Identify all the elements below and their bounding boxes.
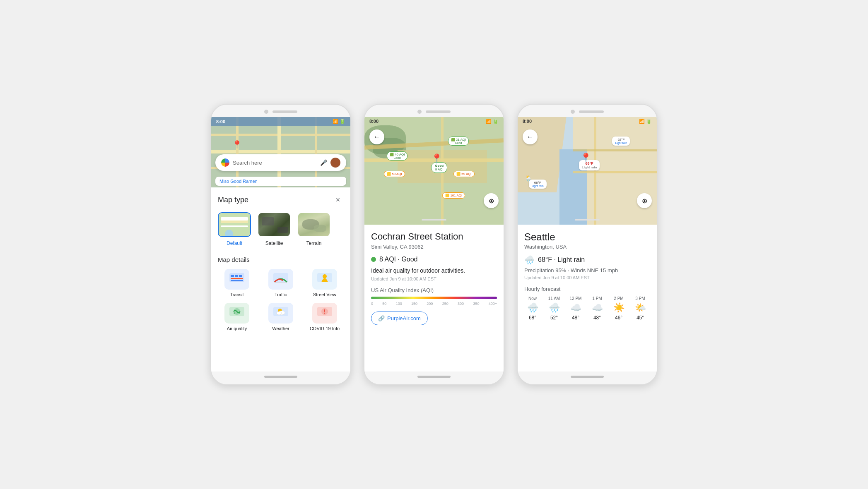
mic-icon[interactable]: 🎤 — [320, 159, 327, 166]
location-button-3[interactable]: ⊕ — [637, 193, 652, 208]
detail-streetview[interactable]: Street View — [306, 269, 344, 297]
detail-airquality[interactable]: Air quality — [218, 303, 256, 331]
user-avatar[interactable] — [330, 158, 340, 168]
rain-cloud-icon: 🌦️ — [525, 175, 532, 182]
transit-label: Transit — [230, 292, 244, 297]
traffic-icon — [268, 269, 293, 290]
panel-header: Map type × — [218, 194, 344, 206]
aqi-updated: Updated Jun 9 at 10:00 AM EST — [371, 276, 497, 281]
svg-rect-3 — [239, 275, 242, 277]
miso-ramen-bar[interactable]: Miso Good Ramen — [215, 177, 346, 186]
air-quality-panel: Cochran Street Station Simi Valley, CA 9… — [364, 225, 504, 372]
aqi-badge-5: 🟨 101 AQI — [442, 192, 465, 199]
camera-dot-3 — [571, 110, 575, 114]
hour-label-5: 3 PM — [635, 296, 645, 301]
battery-icon-3: 🔋 — [646, 119, 652, 124]
covid-label: COVID-19 Info — [310, 326, 340, 331]
aqi-status-row: 8 AQI · Good — [371, 256, 497, 263]
camera-dot-2 — [417, 110, 422, 114]
aqi-description: Ideal air quality for outdoor activities… — [371, 267, 497, 274]
location-button-2[interactable]: ⊕ — [484, 193, 499, 208]
time-2: 8:00 — [369, 119, 379, 124]
svg-point-17 — [277, 312, 282, 315]
weather-badge-2: 62°F Light rain — [612, 137, 630, 146]
default-thumb — [218, 212, 251, 237]
scale-250: 250 — [442, 302, 448, 306]
airquality-icon — [224, 303, 249, 324]
hour-label-0: Now — [528, 296, 537, 301]
drag-handle-3 — [575, 219, 600, 221]
details-section-title: Map details — [218, 256, 344, 263]
svg-point-13 — [239, 312, 240, 314]
hourly-forecast-title: Hourly forecast — [524, 286, 650, 292]
satellite-label: Satellite — [265, 240, 283, 246]
speaker-grille-3 — [579, 110, 604, 113]
weather-detail-icon — [268, 303, 293, 324]
transit-icon — [224, 269, 249, 290]
panel-title: Map type — [218, 196, 248, 204]
map-background: 8:00 📶 🔋 📍 Search here 🎤 Mi — [211, 117, 350, 187]
rain-icon: 🌧️ — [524, 255, 535, 265]
detail-weather[interactable]: Weather — [262, 303, 300, 331]
aqi-scale: 0 50 100 150 200 250 300 350 400+ — [371, 302, 497, 306]
back-button-2[interactable]: ← — [369, 129, 384, 144]
phone-1: 8:00 📶 🔋 📍 Search here 🎤 Mi — [210, 104, 351, 385]
aqi-value-text: 8 AQI · Good — [379, 256, 418, 263]
status-bar-1: 8:00 📶 🔋 — [211, 117, 350, 126]
svg-rect-5 — [231, 280, 243, 281]
phone-2-top — [364, 105, 504, 117]
terrain-thumb — [297, 212, 330, 237]
svg-text:!: ! — [324, 308, 326, 315]
satellite-thumb — [258, 212, 291, 237]
streetview-label: Street View — [313, 292, 336, 297]
aqi-badge-1: 🟩 21 AQIGood — [448, 137, 469, 146]
streetview-icon — [312, 269, 337, 290]
phone-1-bottom — [211, 372, 350, 384]
aqi-scale-label: US Air Quality Index (AQI) — [371, 287, 497, 293]
map-type-terrain[interactable]: Terrain — [297, 212, 330, 246]
hour-icon-4: ☀️ — [613, 302, 624, 313]
hour-temp-2: 48° — [572, 315, 579, 321]
detail-covid[interactable]: ! COVID-19 Info — [306, 303, 344, 331]
purpleair-button[interactable]: 🔗 PurpleAir.com — [371, 312, 428, 325]
battery-icon: 🔋 — [340, 119, 345, 124]
map-type-default[interactable]: Default — [218, 212, 251, 246]
map-type-satellite[interactable]: Satellite — [258, 212, 291, 246]
svg-rect-1 — [231, 275, 234, 277]
detail-transit[interactable]: Transit — [218, 269, 256, 297]
hourly-item-3: 1 PM ☁️ 48° — [589, 296, 605, 321]
status-bar-2: 8:00 📶 🔋 — [364, 117, 504, 126]
hour-temp-4: 46° — [615, 315, 622, 321]
weather-map: 68°F Light rain 62°F Light rain 66°F Lig… — [518, 117, 657, 225]
google-logo — [221, 158, 229, 167]
aqi-badge-4: 🟨 59 AQI — [453, 171, 475, 177]
hour-temp-3: 48° — [593, 315, 601, 321]
hour-temp-5: 45° — [637, 315, 644, 321]
station-name: Cochran Street Station — [371, 231, 497, 242]
hour-temp-0: 68° — [529, 315, 536, 321]
close-button[interactable]: × — [332, 194, 344, 206]
wifi-icon: 📶 — [333, 119, 338, 124]
back-button-3[interactable]: ← — [523, 129, 538, 144]
scale-350: 350 — [473, 302, 479, 306]
scale-300: 300 — [458, 302, 464, 306]
map-pin-1: 📍 — [232, 140, 242, 150]
hourly-item-4: 2 PM ☀️ 46° — [610, 296, 627, 321]
external-link-icon: 🔗 — [378, 315, 385, 321]
detail-traffic[interactable]: Traffic — [262, 269, 300, 297]
phone-2: 🟩 21 AQIGood 🟩 40 AQIGood 🟨 59 AQI 🟨 59 … — [364, 104, 504, 385]
hour-label-2: 12 PM — [570, 296, 582, 301]
scale-400: 400+ — [489, 302, 497, 306]
weather-temp-text: 68°F · Light rain — [538, 256, 585, 264]
hourly-item-1: 11 AM 🌧️ 52° — [546, 296, 562, 321]
weather-precip: Precipitation 95% · Winds NNE 15 mph — [524, 267, 650, 273]
phone-2-bottom — [364, 372, 504, 384]
search-bar[interactable]: Search here 🎤 — [215, 154, 346, 171]
terrain-label: Terrain — [306, 240, 322, 246]
aqi-bar — [371, 297, 497, 299]
hour-icon-5: 🌤️ — [635, 302, 646, 313]
status-bar-3: 8:00 📶 🔋 — [518, 117, 657, 126]
drag-handle-2 — [422, 219, 446, 221]
map-details-grid: Transit Traffic — [218, 269, 344, 331]
weather-updated: Updated Jun 9 at 10:00 AM EST — [524, 275, 650, 280]
